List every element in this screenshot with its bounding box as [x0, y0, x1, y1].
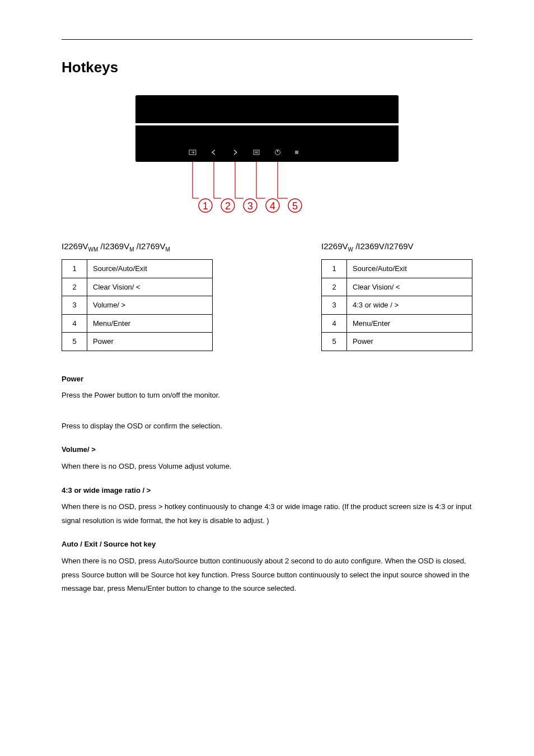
hotkey-table-right: 1Source/Auto/Exit2Clear Vision/ <34:3 or…: [321, 259, 472, 351]
descriptions: Power Press the Power button to turn on/…: [62, 374, 472, 596]
power-icon: [274, 148, 282, 156]
ratio-heading: 4:3 or wide image ratio / >: [62, 485, 472, 496]
left-column: I2269VWM /I2369VM /I2769VM 1Source/Auto/…: [62, 240, 256, 351]
svg-text:4: 4: [270, 200, 275, 212]
bezel-icons: [189, 148, 298, 156]
auto-text: When there is no OSD, press Auto/Source …: [62, 554, 472, 596]
svg-text:5: 5: [292, 200, 298, 212]
row-label: Power: [87, 333, 213, 351]
table-row: 2Clear Vision/ <: [322, 278, 472, 296]
table-row: 4Menu/Enter: [322, 314, 472, 333]
table-row: 2Clear Vision/ <: [62, 278, 213, 296]
row-label: Source/Auto/Exit: [347, 260, 472, 278]
menu-icon: [252, 148, 260, 156]
svg-text:1: 1: [203, 200, 208, 212]
source-icon: [189, 148, 196, 156]
table-row: 5Power: [62, 333, 213, 351]
row-number: 1: [62, 260, 87, 278]
row-label: Volume/ >: [87, 296, 213, 315]
row-label: Power: [347, 333, 472, 351]
volume-heading: Volume/ >: [62, 444, 472, 455]
monitor-diagram: 12345: [135, 95, 399, 218]
auto-heading: Auto / Exit / Source hot key: [62, 539, 472, 550]
tables-row: I2269VWM /I2369VM /I2769VM 1Source/Auto/…: [62, 240, 472, 351]
table-row: 1Source/Auto/Exit: [62, 260, 213, 278]
row-number: 3: [322, 296, 347, 315]
hotkey-table-left: 1Source/Auto/Exit2Clear Vision/ <3Volume…: [62, 259, 213, 351]
row-label: Menu/Enter: [87, 314, 213, 333]
models-left-heading: I2269VWM /I2369VM /I2769VM: [62, 240, 256, 254]
svg-text:3: 3: [247, 200, 253, 212]
svg-rect-7: [295, 151, 298, 154]
row-label: 4:3 or wide / >: [347, 296, 472, 315]
row-number: 4: [62, 314, 87, 333]
row-label: Menu/Enter: [347, 314, 472, 333]
row-label: Clear Vision/ <: [347, 278, 472, 296]
row-number: 5: [62, 333, 87, 351]
row-label: Clear Vision/ <: [87, 278, 213, 296]
power-heading: Power: [62, 374, 472, 385]
table-row: 34:3 or wide / >: [322, 296, 472, 315]
row-label: Source/Auto/Exit: [87, 260, 213, 278]
menu-text: Press to display the OSD or confirm the …: [62, 419, 472, 433]
ratio-text: When there is no OSD, press > hotkey con…: [62, 500, 472, 528]
row-number: 2: [322, 278, 347, 296]
table-row: 4Menu/Enter: [62, 314, 213, 333]
table-row: 1Source/Auto/Exit: [322, 260, 472, 278]
row-number: 1: [322, 260, 347, 278]
table-row: 3Volume/ >: [62, 296, 213, 315]
power-text: Press the Power button to turn on/off th…: [62, 389, 472, 403]
right-column: I2269VW /I2369V/I2769V 1Source/Auto/Exit…: [278, 240, 472, 351]
row-number: 2: [62, 278, 87, 296]
models-right-heading: I2269VW /I2369V/I2769V: [321, 240, 472, 254]
row-number: 5: [322, 333, 347, 351]
greater-than-icon: [231, 148, 239, 156]
monitor-bezel: [135, 125, 399, 162]
callout-lines: 12345: [135, 162, 399, 218]
row-number: 4: [322, 314, 347, 333]
volume-text: When there is no OSD, press Volume adjus…: [62, 460, 472, 474]
row-number: 3: [62, 296, 87, 315]
top-rule: [62, 39, 472, 40]
less-than-icon: [210, 148, 218, 156]
led-indicator-icon: [295, 151, 298, 154]
table-row: 5Power: [322, 333, 472, 351]
monitor-screen: [135, 95, 399, 123]
svg-text:2: 2: [225, 200, 231, 212]
page-title: Hotkeys: [62, 57, 472, 78]
